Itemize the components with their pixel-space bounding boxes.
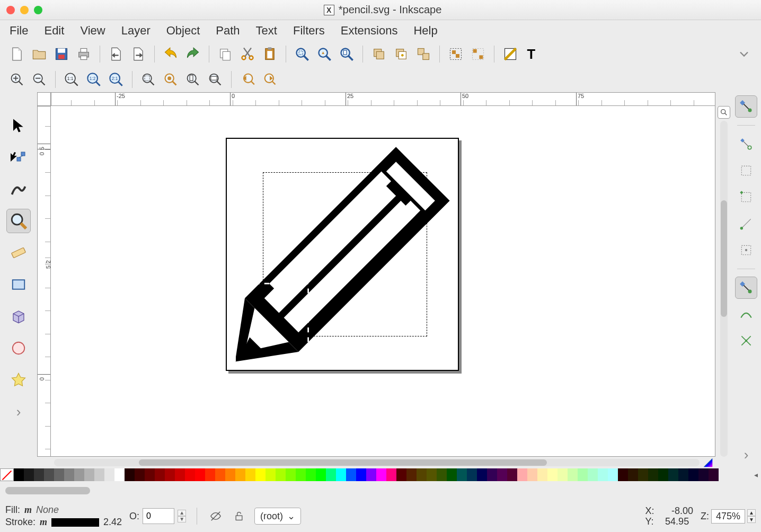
quick-zoom-button[interactable]	[718, 106, 730, 119]
menu-extensions[interactable]: Extensions	[341, 24, 398, 38]
palette-swatch[interactable]	[255, 468, 266, 481]
import-button[interactable]	[107, 45, 126, 64]
palette-swatch[interactable]	[245, 468, 255, 481]
text-dialog-button[interactable]: T	[523, 45, 542, 64]
cut-button[interactable]	[238, 45, 257, 64]
palette-swatch[interactable]	[165, 468, 175, 481]
horizontal-scrollbar[interactable]	[51, 457, 715, 468]
palette-swatch[interactable]	[487, 468, 497, 481]
zoom-fit-selection-button[interactable]	[139, 70, 158, 89]
snap-bbox-corner-button[interactable]	[735, 186, 757, 208]
palette-swatch[interactable]	[296, 468, 306, 481]
palette-swatch[interactable]	[24, 468, 34, 481]
palette-swatch[interactable]	[14, 468, 24, 481]
layer-selector[interactable]: (root) ⌄	[254, 508, 301, 525]
palette-swatch[interactable]	[84, 468, 94, 481]
palette-swatch[interactable]	[185, 468, 195, 481]
palette-swatch[interactable]	[527, 468, 537, 481]
palette-swatch[interactable]	[618, 468, 628, 481]
palette-swatch[interactable]	[517, 468, 527, 481]
palette-swatch[interactable]	[155, 468, 165, 481]
palette-swatch[interactable]	[437, 468, 447, 481]
menu-file[interactable]: File	[10, 24, 28, 38]
palette-swatch[interactable]	[205, 468, 215, 481]
horizontal-ruler[interactable]: -25 0 25 50 75	[51, 92, 715, 106]
canvas-viewport[interactable]	[51, 106, 715, 457]
menu-edit[interactable]: Edit	[44, 24, 64, 38]
palette-none-swatch[interactable]	[0, 468, 14, 481]
zoom-down[interactable]: ▼	[747, 516, 756, 523]
palette-swatch[interactable]	[195, 468, 205, 481]
ellipse-tool[interactable]	[6, 336, 31, 360]
3dbox-tool[interactable]	[6, 304, 31, 329]
opacity-control[interactable]: O: ▲▼	[129, 508, 186, 524]
palette-swatch[interactable]	[698, 468, 709, 481]
zoom-selection-button[interactable]	[293, 45, 312, 64]
new-file-button[interactable]	[7, 45, 26, 64]
palette-swatch[interactable]	[497, 468, 507, 481]
palette-swatch[interactable]	[477, 468, 487, 481]
ungroup-button[interactable]	[468, 45, 488, 64]
palette-menu-button[interactable]: ◂	[750, 468, 761, 481]
palette-swatch[interactable]	[376, 468, 386, 481]
palette-swatch[interactable]	[225, 468, 235, 481]
paste-button[interactable]	[260, 45, 279, 64]
unlink-clone-button[interactable]	[414, 45, 433, 64]
rectangle-tool[interactable]	[6, 272, 31, 297]
palette-swatch[interactable]	[336, 468, 346, 481]
palette-swatch[interactable]	[266, 468, 276, 481]
palette-swatch[interactable]	[638, 468, 648, 481]
color-picker-corner-icon[interactable]	[703, 457, 713, 468]
print-button[interactable]	[74, 45, 93, 64]
palette-swatch[interactable]	[125, 468, 135, 481]
palette-swatch[interactable]	[215, 468, 225, 481]
palette-swatch[interactable]	[276, 468, 286, 481]
open-file-button[interactable]	[30, 45, 49, 64]
save-file-button[interactable]	[52, 45, 71, 64]
palette-swatch[interactable]	[608, 468, 618, 481]
menu-layer[interactable]: Layer	[121, 24, 151, 38]
layer-visibility-toggle[interactable]	[208, 508, 224, 524]
zoom-drawing-button[interactable]	[315, 45, 334, 64]
group-button[interactable]	[446, 45, 465, 64]
menu-view[interactable]: View	[80, 24, 105, 38]
duplicate-button[interactable]	[369, 45, 388, 64]
toolbar-overflow-button[interactable]	[735, 45, 754, 64]
ruler-corner[interactable]	[37, 92, 51, 106]
opacity-up[interactable]: ▲	[178, 510, 186, 516]
redo-button[interactable]	[183, 45, 202, 64]
snapbar-more-button[interactable]: ›	[744, 447, 749, 463]
close-window-button[interactable]	[6, 6, 15, 14]
selector-tool[interactable]	[6, 113, 31, 138]
snap-bbox-center-button[interactable]	[735, 239, 757, 261]
copy-button[interactable]	[216, 45, 235, 64]
palette-swatch[interactable]	[306, 468, 316, 481]
palette-swatch[interactable]	[588, 468, 598, 481]
palette-swatch[interactable]	[175, 468, 185, 481]
palette-swatch[interactable]	[578, 468, 588, 481]
palette-swatch[interactable]	[598, 468, 608, 481]
zoom-1to1-button[interactable]: 1:1	[62, 70, 81, 89]
palette-swatch[interactable]	[457, 468, 467, 481]
zoom-2to1-button[interactable]: 2:1	[107, 70, 126, 89]
palette-swatch[interactable]	[326, 468, 336, 481]
palette-swatch[interactable]	[356, 468, 366, 481]
fill-stroke-dialog-button[interactable]	[501, 45, 520, 64]
palette-swatch[interactable]	[94, 468, 104, 481]
zoom-next-button[interactable]	[260, 70, 279, 89]
undo-button[interactable]	[161, 45, 180, 64]
menu-help[interactable]: Help	[413, 24, 437, 38]
palette-swatch[interactable]	[54, 468, 64, 481]
zoom-value[interactable]: 475%	[711, 509, 745, 524]
palette-swatch[interactable]	[628, 468, 638, 481]
zoom-fit-page-button[interactable]	[183, 70, 202, 89]
palette-swatch[interactable]	[447, 468, 457, 481]
status-slider[interactable]	[5, 487, 90, 494]
zoom-out-button[interactable]	[30, 70, 49, 89]
measure-tool[interactable]	[6, 241, 31, 265]
clone-button[interactable]	[392, 45, 411, 64]
vertical-scrollbar[interactable]	[716, 106, 731, 457]
opacity-input[interactable]	[143, 508, 174, 524]
export-button[interactable]	[129, 45, 148, 64]
menu-filters[interactable]: Filters	[293, 24, 325, 38]
